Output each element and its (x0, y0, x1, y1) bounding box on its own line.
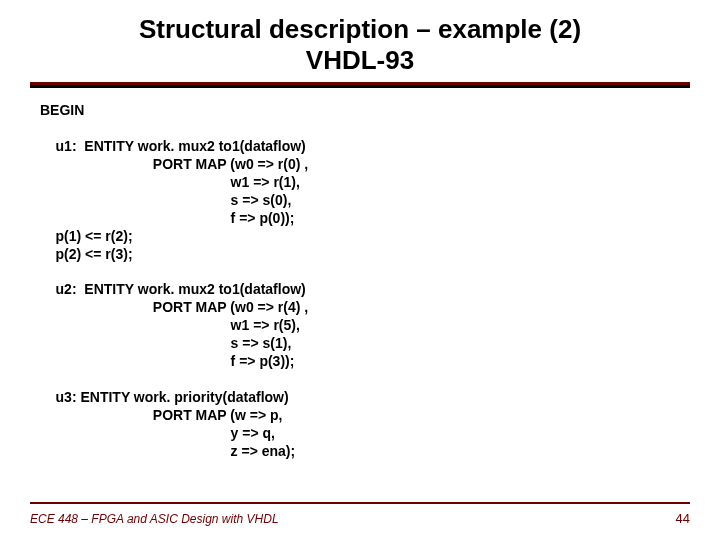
footer-text: ECE 448 – FPGA and ASIC Design with VHDL (30, 512, 279, 526)
code-u1-1: u1: ENTITY work. mux2 to1(dataflow) (40, 138, 306, 154)
code-assign2: p(2) <= r(3); (40, 246, 133, 262)
code-u2-3: w1 => r(5), (40, 317, 300, 333)
title-line-1: Structural description – example (2) (139, 14, 581, 44)
code-u1-5: f => p(0)); (40, 210, 294, 226)
code-u2-5: f => p(3)); (40, 353, 294, 369)
title-line-2: VHDL-93 (306, 45, 414, 75)
code-begin: BEGIN (40, 102, 84, 118)
code-u2-4: s => s(1), (40, 335, 291, 351)
code-u3-1: u3: ENTITY work. priority(dataflow) (40, 389, 289, 405)
code-u2-2: PORT MAP (w0 => r(4) , (40, 299, 308, 315)
code-u1-2: PORT MAP (w0 => r(0) , (40, 156, 308, 172)
code-u2-1: u2: ENTITY work. mux2 to1(dataflow) (40, 281, 306, 297)
title-underline (30, 82, 690, 88)
code-u3-3: y => q, (40, 425, 275, 441)
code-assign1: p(1) <= r(2); (40, 228, 133, 244)
code-u1-4: s => s(0), (40, 192, 291, 208)
footer-divider (30, 502, 690, 504)
page-number: 44 (676, 511, 690, 526)
code-content: BEGIN u1: ENTITY work. mux2 to1(dataflow… (30, 102, 690, 460)
code-u3-2: PORT MAP (w => p, (40, 407, 282, 423)
code-u3-4: z => ena); (40, 443, 295, 459)
code-u1-3: w1 => r(1), (40, 174, 300, 190)
slide-title: Structural description – example (2) VHD… (30, 14, 690, 76)
slide: Structural description – example (2) VHD… (0, 0, 720, 540)
